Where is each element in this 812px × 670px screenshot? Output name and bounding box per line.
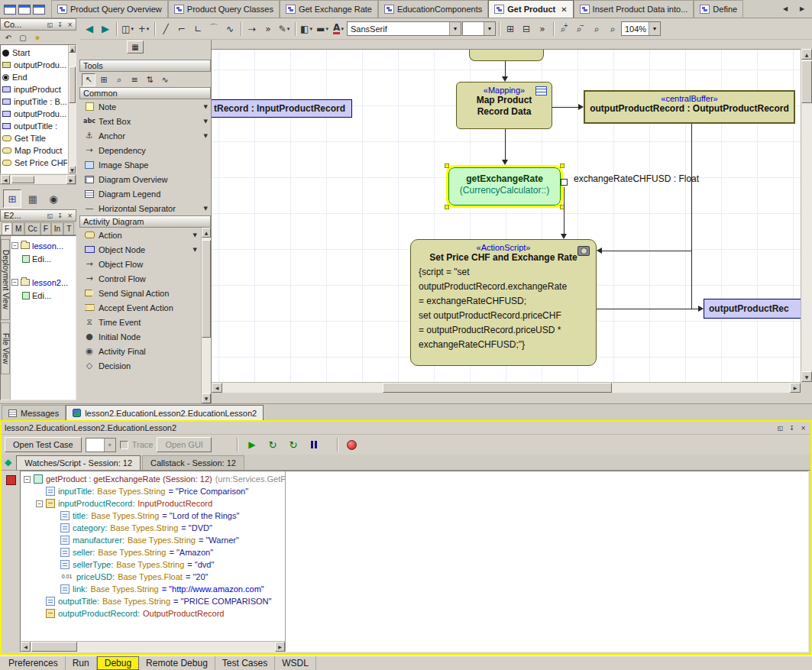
tree-item-start[interactable]: Start <box>2 47 67 59</box>
window-cascade-icon[interactable] <box>18 5 31 15</box>
tree-item-inputproduct[interactable]: inputProduct <box>2 83 67 95</box>
rerun-session-button[interactable]: ↻ <box>264 437 281 452</box>
scroll-right-icon[interactable]: ▶ <box>790 383 801 393</box>
explorer-tab[interactable]: F <box>40 222 51 235</box>
palette-item-activity-final[interactable]: ◉Activity Final <box>79 344 200 358</box>
scrollbar-thumb[interactable] <box>383 383 612 393</box>
paste-style-button[interactable]: ⊞ <box>503 21 518 37</box>
explorer-tab[interactable]: M <box>12 222 24 235</box>
palette-item-control-flow[interactable]: →Control Flow <box>79 271 200 286</box>
tab-insert-product-data[interactable]: Insert Product Data into... <box>574 0 694 18</box>
palette-item-accept-event[interactable]: Accept Event Action <box>79 300 200 315</box>
tab-product-query-overview[interactable]: Product Query Overview <box>51 0 168 18</box>
trace-checkbox[interactable] <box>120 441 128 449</box>
chevron-down-icon[interactable]: ▼ <box>449 22 461 35</box>
tree-item-map-product[interactable]: Map Product <box>2 144 67 157</box>
diagram-canvas[interactable]: tRecord : InputProductRecord «Mapping» M… <box>212 49 801 382</box>
collapse-icon[interactable]: − <box>11 279 18 286</box>
fill-color-button[interactable]: ◧▾ <box>299 21 314 37</box>
tree-item-inputtitle[interactable]: inputTitle : B... <box>2 95 67 108</box>
selection-handle[interactable] <box>560 163 565 168</box>
tab-get-product[interactable]: Get Product✕ <box>488 0 573 18</box>
watch-row-priceusd[interactable]: 0.01priceUSD:Base Types.Float= "20" <box>21 571 285 583</box>
selection-tool-button[interactable]: ↖ <box>82 73 95 86</box>
palette-item-time-event[interactable]: ⧖Time Event <box>79 315 200 329</box>
explorer-tab[interactable]: Cc <box>24 222 40 235</box>
oblique-path-button[interactable]: ╱ <box>158 21 173 37</box>
window-new-icon[interactable] <box>4 5 16 15</box>
explorer-tab[interactable]: In <box>51 222 63 235</box>
palette-item-send-signal[interactable]: Send Signal Action <box>79 286 200 300</box>
tree-item-outputproduct[interactable]: outputProdu... <box>2 108 67 120</box>
palette-item-anchor[interactable]: ⚓Anchor▼ <box>79 128 211 143</box>
collapse-icon[interactable]: − <box>24 476 31 483</box>
containment-view-button[interactable]: ⊞ <box>3 189 21 208</box>
palette-item-note[interactable]: Note▼ <box>79 99 211 114</box>
scroll-left-icon[interactable]: ◀ <box>21 642 31 652</box>
pen-button[interactable]: ✎▾ <box>277 21 292 37</box>
close-panel-icon[interactable]: × <box>799 424 807 432</box>
get-title-node-fragment[interactable] <box>469 50 544 61</box>
watch-row-root[interactable]: −getProduct : getExchangeRate (Session: … <box>21 473 285 485</box>
output-product-record-node[interactable]: outputProductRec <box>704 299 801 319</box>
line-color-button[interactable]: ▬▾ <box>315 21 330 37</box>
chevron-down-icon[interactable]: ▼ <box>204 206 208 212</box>
filter-criteria-icon[interactable]: ▢ <box>17 32 29 44</box>
pin-panel-icon[interactable]: ↧ <box>56 21 64 29</box>
close-panel-icon[interactable]: × <box>66 21 74 29</box>
watch-row-inputtitle[interactable]: inputTitle:Base Types.String= "Price Com… <box>21 485 285 497</box>
tab-watches-script[interactable]: Watches/Script - Session: 12 <box>16 455 141 470</box>
forward-button[interactable]: ▶ <box>98 21 113 37</box>
mapping-script-icon[interactable] <box>535 86 547 95</box>
explorer-tab[interactable]: F <box>2 222 12 235</box>
chevron-down-icon[interactable]: ▼ <box>204 133 208 139</box>
zoom-level-select[interactable]: 104%▼ <box>621 21 661 36</box>
tab-test-cases[interactable]: Test Cases <box>215 656 275 670</box>
zoom-selection-button[interactable]: ⌕ <box>605 21 620 37</box>
add-shape-button[interactable]: +▾ <box>136 21 151 37</box>
tab-deployment-view[interactable]: Deployment View <box>1 239 10 320</box>
distribute-tool-button[interactable]: ⇅ <box>143 73 157 86</box>
scroll-up-icon[interactable]: ▲ <box>801 49 812 60</box>
scrollbar-thumb[interactable] <box>11 176 34 183</box>
pin-panel-icon[interactable]: ↧ <box>56 212 64 220</box>
canvas-horizontal-scrollbar[interactable]: ◀ ▶ <box>212 382 801 393</box>
close-tab-icon[interactable]: ✕ <box>561 5 567 14</box>
palette-item-initial-node[interactable]: ●Initial Node <box>79 329 200 344</box>
watch-row-outputproductrecord[interactable]: outputProductRecord:OutputProductRecord <box>21 607 285 620</box>
watch-row-category[interactable]: category:Base Types.String= "DVD" <box>21 522 285 534</box>
palette-item-horizontal-separator[interactable]: —Horizontal Separator▼ <box>79 201 211 215</box>
chevron-down-icon[interactable]: ▼ <box>204 104 208 110</box>
tab-messages[interactable]: Messages <box>2 405 66 420</box>
layout-button[interactable]: ⊟ <box>519 21 534 37</box>
watch-row-seller[interactable]: seller:Base Types.String= "Amazon" <box>21 546 285 558</box>
tab-callstack[interactable]: Callstack - Session: 12 <box>142 455 244 470</box>
float-panel-icon[interactable]: ◱ <box>46 21 54 29</box>
tab-remote-debug[interactable]: Remote Debug <box>139 656 215 670</box>
palette-item-dependency[interactable]: ⇢Dependency <box>79 143 211 157</box>
toolbar-overflow-icon[interactable]: » <box>535 21 550 37</box>
session-select[interactable]: ▼ <box>86 438 116 452</box>
palette-item-text-box[interactable]: abcText Box▼ <box>79 114 211 128</box>
tab-educationcomponents[interactable]: EducationComponents <box>378 0 488 18</box>
object-flow-edge[interactable] <box>564 187 565 234</box>
tree-item-outputtitle[interactable]: outputTitle : <box>2 120 67 132</box>
collapse-icon[interactable]: − <box>11 242 18 249</box>
scroll-up-icon[interactable]: ▲ <box>202 228 211 238</box>
palette-item-decision[interactable]: ◇Decision <box>79 358 200 373</box>
control-flow-edge[interactable] <box>505 61 506 76</box>
restart-session-button[interactable]: ↻ <box>285 437 302 452</box>
back-history-icon[interactable]: ↶ <box>2 32 15 44</box>
tree-item-outputproductrecord[interactable]: outputProdu... <box>2 59 67 71</box>
watch-row-title[interactable]: title:Base Types.String= "Lord of the Ri… <box>21 510 285 522</box>
window-list-icon[interactable] <box>33 5 45 15</box>
scroll-left-icon[interactable]: ◀ <box>1 175 10 184</box>
set-price-chf-node[interactable]: «ActionScript» Set Price CHF and Exchang… <box>410 239 597 366</box>
tab-debug[interactable]: Debug <box>97 656 139 670</box>
scroll-tabs-left-icon[interactable]: ◀ <box>778 3 793 14</box>
zoom-in-button[interactable]: ⌕+ <box>557 21 572 37</box>
tab-get-exchange-rate[interactable]: Get Exchange Rate <box>280 0 378 18</box>
open-gui-button[interactable]: Open GUI <box>157 437 212 452</box>
object-flow-edge[interactable] <box>602 251 691 251</box>
selection-handle[interactable] <box>445 163 449 168</box>
